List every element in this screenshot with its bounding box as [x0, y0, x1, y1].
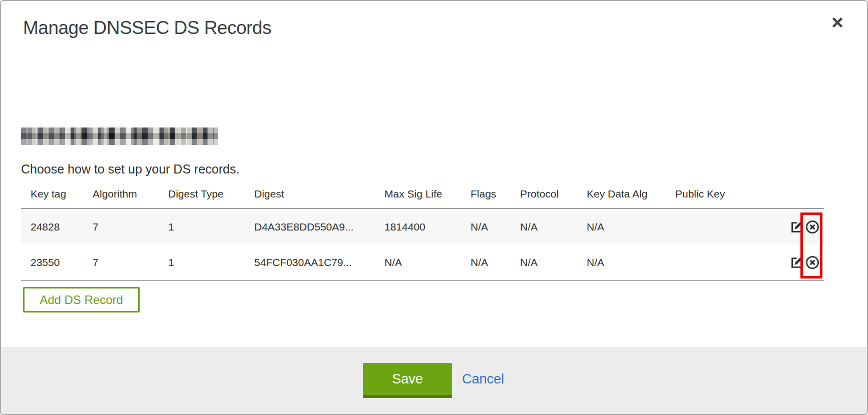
table-row: 24828 7 1 D4A33E8DD550A9... 1814400 N/A … [21, 208, 824, 244]
add-ds-record-button[interactable]: Add DS Record [23, 287, 140, 312]
edit-record-button[interactable] [791, 256, 803, 269]
delete-circle-x-icon [805, 255, 820, 270]
cell-protocol: N/A [520, 244, 587, 280]
column-header-digest-type: Digest Type [168, 188, 254, 208]
cell-algorithm: 7 [93, 208, 168, 244]
column-header-protocol: Protocol [520, 188, 587, 208]
table-header-row: Key tag Algorithm Digest Type Digest Max… [21, 188, 824, 208]
cell-key-tag: 23550 [21, 244, 93, 280]
row-actions [791, 209, 824, 244]
cell-max-sig-life: 1814400 [384, 208, 471, 244]
cell-protocol: N/A [520, 208, 587, 244]
cell-key-data-alg: N/A [587, 244, 675, 280]
cell-digest-type: 1 [168, 208, 254, 244]
cell-algorithm: 7 [93, 244, 168, 280]
column-header-public-key: Public Key [675, 188, 791, 208]
cell-key-tag: 24828 [21, 208, 93, 244]
column-header-algorithm: Algorithm [93, 188, 168, 208]
save-button[interactable]: Save [363, 363, 452, 398]
cancel-link[interactable]: Cancel [462, 363, 504, 395]
cell-digest-type: 1 [168, 244, 254, 280]
edit-pencil-square-icon [791, 256, 803, 269]
cell-key-data-alg: N/A [587, 208, 675, 244]
cell-digest: 54FCF030AA1C79... [254, 244, 384, 280]
cell-flags: N/A [471, 244, 520, 280]
manage-dnssec-modal: Manage DNSSEC DS Records Choose how to s… [0, 0, 868, 415]
cell-public-key [675, 244, 791, 280]
delete-record-button[interactable] [805, 220, 820, 234]
cell-max-sig-life: N/A [384, 244, 471, 280]
page-title: Manage DNSSEC DS Records [23, 18, 271, 38]
column-header-key-tag: Key tag [21, 188, 93, 208]
domain-name-redacted [21, 128, 218, 145]
column-header-actions [791, 188, 824, 208]
column-header-max-sig-life: Max Sig Life [384, 188, 471, 208]
edit-record-button[interactable] [791, 220, 803, 234]
modal-footer: Save Cancel [1, 347, 867, 414]
close-button[interactable] [830, 15, 845, 30]
column-header-key-data-alg: Key Data Alg [587, 188, 675, 208]
ds-records-table: Key tag Algorithm Digest Type Digest Max… [21, 188, 824, 281]
setup-instruction-text: Choose how to set up your DS records. [21, 162, 239, 176]
column-header-digest: Digest [254, 188, 384, 208]
delete-record-button[interactable] [805, 255, 820, 270]
close-icon [831, 16, 844, 29]
cell-public-key [675, 208, 791, 244]
delete-circle-x-icon [805, 220, 820, 234]
row-actions [791, 244, 824, 280]
table-row: 23550 7 1 54FCF030AA1C79... N/A N/A N/A … [21, 244, 824, 280]
cell-digest: D4A33E8DD550A9... [254, 208, 384, 244]
column-header-flags: Flags [471, 188, 520, 208]
edit-pencil-square-icon [791, 220, 803, 234]
cell-flags: N/A [471, 208, 520, 244]
